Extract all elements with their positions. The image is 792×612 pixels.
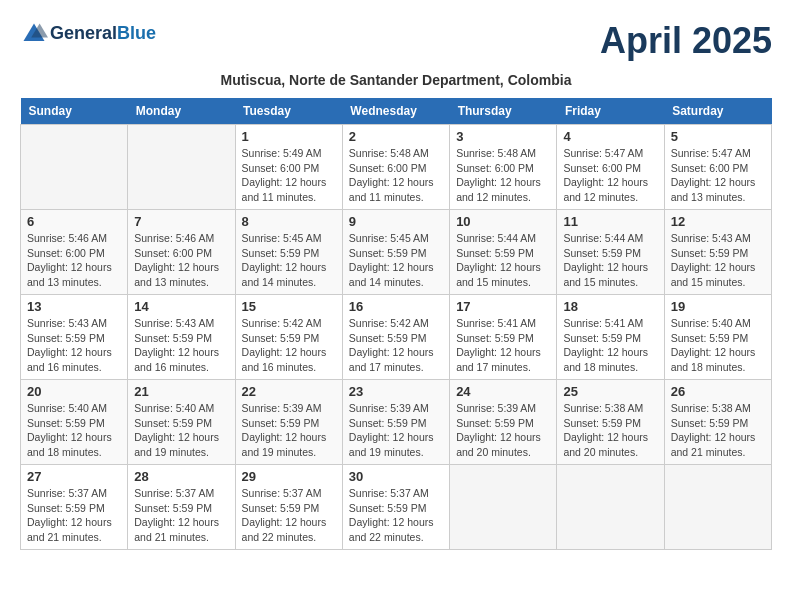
day-number: 22: [242, 384, 336, 399]
day-info: Sunrise: 5:38 AM Sunset: 5:59 PM Dayligh…: [563, 401, 657, 460]
day-info: Sunrise: 5:45 AM Sunset: 5:59 PM Dayligh…: [349, 231, 443, 290]
day-info: Sunrise: 5:48 AM Sunset: 6:00 PM Dayligh…: [349, 146, 443, 205]
calendar-cell: [450, 465, 557, 550]
day-number: 2: [349, 129, 443, 144]
day-header-saturday: Saturday: [664, 98, 771, 125]
header: GeneralBlue April 2025: [20, 20, 772, 62]
calendar-cell: 6Sunrise: 5:46 AM Sunset: 6:00 PM Daylig…: [21, 210, 128, 295]
day-number: 19: [671, 299, 765, 314]
calendar-table: SundayMondayTuesdayWednesdayThursdayFrid…: [20, 98, 772, 550]
day-info: Sunrise: 5:47 AM Sunset: 6:00 PM Dayligh…: [671, 146, 765, 205]
day-info: Sunrise: 5:37 AM Sunset: 5:59 PM Dayligh…: [134, 486, 228, 545]
day-info: Sunrise: 5:45 AM Sunset: 5:59 PM Dayligh…: [242, 231, 336, 290]
day-number: 12: [671, 214, 765, 229]
subtitle: Mutiscua, Norte de Santander Department,…: [20, 72, 772, 88]
day-info: Sunrise: 5:37 AM Sunset: 5:59 PM Dayligh…: [349, 486, 443, 545]
day-number: 15: [242, 299, 336, 314]
calendar-cell: 11Sunrise: 5:44 AM Sunset: 5:59 PM Dayli…: [557, 210, 664, 295]
day-info: Sunrise: 5:40 AM Sunset: 5:59 PM Dayligh…: [134, 401, 228, 460]
week-row-3: 13Sunrise: 5:43 AM Sunset: 5:59 PM Dayli…: [21, 295, 772, 380]
calendar-cell: 24Sunrise: 5:39 AM Sunset: 5:59 PM Dayli…: [450, 380, 557, 465]
day-number: 1: [242, 129, 336, 144]
calendar-cell: 26Sunrise: 5:38 AM Sunset: 5:59 PM Dayli…: [664, 380, 771, 465]
calendar-cell: 18Sunrise: 5:41 AM Sunset: 5:59 PM Dayli…: [557, 295, 664, 380]
calendar-cell: 23Sunrise: 5:39 AM Sunset: 5:59 PM Dayli…: [342, 380, 449, 465]
calendar-cell: 14Sunrise: 5:43 AM Sunset: 5:59 PM Dayli…: [128, 295, 235, 380]
day-header-thursday: Thursday: [450, 98, 557, 125]
week-row-4: 20Sunrise: 5:40 AM Sunset: 5:59 PM Dayli…: [21, 380, 772, 465]
day-info: Sunrise: 5:38 AM Sunset: 5:59 PM Dayligh…: [671, 401, 765, 460]
calendar-cell: 27Sunrise: 5:37 AM Sunset: 5:59 PM Dayli…: [21, 465, 128, 550]
day-info: Sunrise: 5:46 AM Sunset: 6:00 PM Dayligh…: [134, 231, 228, 290]
calendar-cell: 30Sunrise: 5:37 AM Sunset: 5:59 PM Dayli…: [342, 465, 449, 550]
logo-line1: GeneralBlue: [50, 23, 156, 45]
day-info: Sunrise: 5:49 AM Sunset: 6:00 PM Dayligh…: [242, 146, 336, 205]
calendar-cell: [128, 125, 235, 210]
calendar-cell: [21, 125, 128, 210]
day-info: Sunrise: 5:39 AM Sunset: 5:59 PM Dayligh…: [242, 401, 336, 460]
day-number: 30: [349, 469, 443, 484]
calendar-cell: 8Sunrise: 5:45 AM Sunset: 5:59 PM Daylig…: [235, 210, 342, 295]
calendar-cell: 25Sunrise: 5:38 AM Sunset: 5:59 PM Dayli…: [557, 380, 664, 465]
calendar-cell: 21Sunrise: 5:40 AM Sunset: 5:59 PM Dayli…: [128, 380, 235, 465]
calendar-cell: 22Sunrise: 5:39 AM Sunset: 5:59 PM Dayli…: [235, 380, 342, 465]
calendar-cell: 13Sunrise: 5:43 AM Sunset: 5:59 PM Dayli…: [21, 295, 128, 380]
calendar-cell: 19Sunrise: 5:40 AM Sunset: 5:59 PM Dayli…: [664, 295, 771, 380]
day-number: 23: [349, 384, 443, 399]
day-number: 16: [349, 299, 443, 314]
day-header-row: SundayMondayTuesdayWednesdayThursdayFrid…: [21, 98, 772, 125]
day-header-wednesday: Wednesday: [342, 98, 449, 125]
day-info: Sunrise: 5:42 AM Sunset: 5:59 PM Dayligh…: [242, 316, 336, 375]
calendar-cell: 7Sunrise: 5:46 AM Sunset: 6:00 PM Daylig…: [128, 210, 235, 295]
day-number: 17: [456, 299, 550, 314]
logo: GeneralBlue: [20, 20, 156, 48]
calendar-cell: 28Sunrise: 5:37 AM Sunset: 5:59 PM Dayli…: [128, 465, 235, 550]
logo-line2: Blue: [117, 23, 156, 43]
day-info: Sunrise: 5:43 AM Sunset: 5:59 PM Dayligh…: [27, 316, 121, 375]
month-title: April 2025: [600, 20, 772, 62]
day-number: 13: [27, 299, 121, 314]
calendar-cell: 9Sunrise: 5:45 AM Sunset: 5:59 PM Daylig…: [342, 210, 449, 295]
day-number: 5: [671, 129, 765, 144]
day-header-sunday: Sunday: [21, 98, 128, 125]
day-number: 6: [27, 214, 121, 229]
day-header-friday: Friday: [557, 98, 664, 125]
day-number: 7: [134, 214, 228, 229]
day-info: Sunrise: 5:42 AM Sunset: 5:59 PM Dayligh…: [349, 316, 443, 375]
day-info: Sunrise: 5:40 AM Sunset: 5:59 PM Dayligh…: [671, 316, 765, 375]
week-row-1: 1Sunrise: 5:49 AM Sunset: 6:00 PM Daylig…: [21, 125, 772, 210]
week-row-2: 6Sunrise: 5:46 AM Sunset: 6:00 PM Daylig…: [21, 210, 772, 295]
day-header-monday: Monday: [128, 98, 235, 125]
week-row-5: 27Sunrise: 5:37 AM Sunset: 5:59 PM Dayli…: [21, 465, 772, 550]
day-number: 11: [563, 214, 657, 229]
day-number: 14: [134, 299, 228, 314]
day-info: Sunrise: 5:48 AM Sunset: 6:00 PM Dayligh…: [456, 146, 550, 205]
day-number: 28: [134, 469, 228, 484]
day-number: 20: [27, 384, 121, 399]
calendar-cell: [557, 465, 664, 550]
calendar-cell: 20Sunrise: 5:40 AM Sunset: 5:59 PM Dayli…: [21, 380, 128, 465]
day-header-tuesday: Tuesday: [235, 98, 342, 125]
calendar-cell: 17Sunrise: 5:41 AM Sunset: 5:59 PM Dayli…: [450, 295, 557, 380]
day-info: Sunrise: 5:39 AM Sunset: 5:59 PM Dayligh…: [456, 401, 550, 460]
calendar-cell: 16Sunrise: 5:42 AM Sunset: 5:59 PM Dayli…: [342, 295, 449, 380]
day-number: 18: [563, 299, 657, 314]
calendar-cell: 2Sunrise: 5:48 AM Sunset: 6:00 PM Daylig…: [342, 125, 449, 210]
day-info: Sunrise: 5:47 AM Sunset: 6:00 PM Dayligh…: [563, 146, 657, 205]
calendar-cell: 10Sunrise: 5:44 AM Sunset: 5:59 PM Dayli…: [450, 210, 557, 295]
day-info: Sunrise: 5:44 AM Sunset: 5:59 PM Dayligh…: [563, 231, 657, 290]
day-number: 8: [242, 214, 336, 229]
day-number: 9: [349, 214, 443, 229]
calendar-cell: 5Sunrise: 5:47 AM Sunset: 6:00 PM Daylig…: [664, 125, 771, 210]
day-info: Sunrise: 5:41 AM Sunset: 5:59 PM Dayligh…: [563, 316, 657, 375]
logo-icon: [20, 20, 48, 48]
day-info: Sunrise: 5:43 AM Sunset: 5:59 PM Dayligh…: [134, 316, 228, 375]
day-number: 29: [242, 469, 336, 484]
calendar-cell: 12Sunrise: 5:43 AM Sunset: 5:59 PM Dayli…: [664, 210, 771, 295]
day-number: 25: [563, 384, 657, 399]
day-number: 4: [563, 129, 657, 144]
day-info: Sunrise: 5:37 AM Sunset: 5:59 PM Dayligh…: [27, 486, 121, 545]
day-info: Sunrise: 5:37 AM Sunset: 5:59 PM Dayligh…: [242, 486, 336, 545]
calendar-cell: 15Sunrise: 5:42 AM Sunset: 5:59 PM Dayli…: [235, 295, 342, 380]
day-info: Sunrise: 5:40 AM Sunset: 5:59 PM Dayligh…: [27, 401, 121, 460]
